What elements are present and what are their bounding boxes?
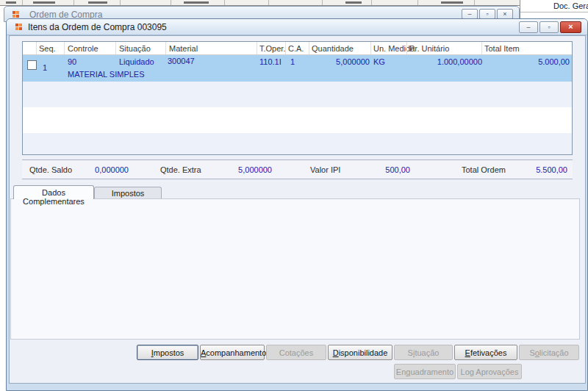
minimize-button[interactable]: – [462, 9, 478, 19]
cell-toper: 110.1I [259, 57, 282, 66]
dados-complementares-panel [10, 198, 580, 340]
col-header-pr-unitario[interactable]: Pr. Unitário [409, 44, 449, 53]
qtde-saldo-label: Qtde. Saldo [29, 165, 72, 174]
col-header-situacao[interactable]: Situação [119, 44, 151, 53]
col-header-un-medida[interactable]: Un. Medida [373, 44, 415, 53]
cell-descricao: MATERIAL SIMPLES [68, 70, 145, 79]
behind-window-panel: Doc. Gerad [520, 0, 588, 18]
cell-total-item: 5.000,00 [478, 57, 570, 66]
maximize-button[interactable]: ▫ [479, 9, 495, 19]
col-header-material[interactable]: Material [169, 44, 198, 53]
doc-gerado-column-header: Doc. Gerad [553, 1, 588, 10]
cell-material: 300047 [168, 57, 195, 65]
col-header-toper[interactable]: T.Oper. [259, 44, 285, 53]
qtde-extra-value: 5,000000 [213, 165, 272, 174]
cotacoes-button: Cotações [266, 345, 326, 360]
situacao-button: Situação [394, 345, 453, 360]
divider [520, 12, 588, 12]
valor-ipi-label: Valor IPI [310, 165, 340, 174]
enquadramento-button: Enquadramento [394, 364, 456, 379]
qtde-extra-label: Qtde. Extra [160, 165, 201, 174]
cell-ca: 1 [290, 57, 295, 66]
tab-impostos[interactable]: Impostos [94, 187, 162, 199]
totals-strip: Qtde. Saldo 0,000000 Qtde. Extra 5,00000… [22, 159, 573, 179]
log-aprovacoes-button: Log Aprovações [457, 364, 522, 379]
app-icon [12, 10, 20, 18]
col-header-total-item[interactable]: Total Item [484, 44, 520, 53]
cell-seq: 1 [43, 63, 47, 72]
total-ordem-value: 5.500,00 [507, 165, 567, 174]
acompanhamento-button[interactable]: Acompanhamento [200, 345, 265, 360]
app-icon [15, 23, 23, 31]
close-icon[interactable]: × [497, 9, 513, 19]
qtde-saldo-value: 0,000000 [70, 165, 129, 174]
maximize-button[interactable]: ▫ [539, 21, 559, 33]
col-header-ca[interactable]: C.A. [288, 44, 304, 53]
close-icon[interactable]: × [560, 21, 581, 33]
cell-situacao: Liquidado [119, 57, 154, 66]
col-header-seq[interactable]: Seq. [39, 44, 56, 53]
background-grid-strip [0, 0, 520, 6]
col-header-quantidade[interactable]: Quantidade [312, 44, 354, 53]
cell-quantidade: 5,000000 [302, 57, 370, 66]
front-window-title: Itens da Ordem de Compra 003095 [28, 22, 167, 32]
tab-dados-complementares[interactable]: Dados Complementares [13, 185, 94, 199]
table-row[interactable]: 1 90 Liquidado 300047 110.1I 1 5,000000 … [23, 55, 572, 82]
col-header-controle[interactable]: Controle [68, 44, 98, 53]
cell-un-medida: KG [373, 57, 385, 66]
efetivacoes-button[interactable]: Efetivações [454, 345, 517, 360]
total-ordem-label: Total Ordem [462, 165, 506, 174]
row-checkbox[interactable] [27, 60, 37, 70]
solicitacao-button: Solicitação [519, 345, 579, 360]
cell-pr-unitario: 1.000,00000 [401, 57, 482, 66]
minimize-button[interactable]: – [519, 21, 538, 33]
cell-controle: 90 [68, 57, 76, 66]
impostos-button[interactable]: Impostos [137, 345, 198, 360]
disponibilidade-button[interactable]: Disponibilidade [328, 345, 392, 360]
items-grid[interactable]: Seq. Controle Situação Material T.Oper. … [22, 41, 573, 155]
valor-ipi-value: 500,00 [353, 165, 410, 174]
